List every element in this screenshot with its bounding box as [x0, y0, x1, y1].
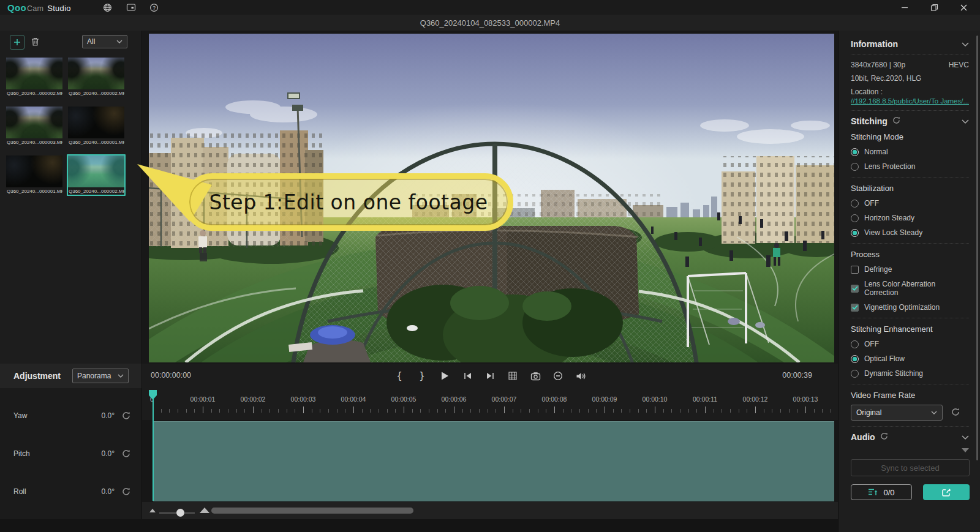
radio-icon: [851, 200, 859, 208]
ruler-tick: [504, 406, 505, 413]
reset-icon[interactable]: [122, 411, 130, 420]
thumbnail-item[interactable]: Q360_20240...000001.MP4: [5, 154, 64, 196]
radio-label: OFF: [864, 199, 879, 208]
panel-scroll-down-icon[interactable]: [962, 448, 969, 452]
radio-icon: [851, 355, 859, 363]
previous-frame-button[interactable]: [462, 370, 473, 381]
sync-to-selected-button[interactable]: Sync to selected: [851, 459, 970, 476]
thumbnail-label: Q360_20240...000003.MP4: [6, 138, 62, 146]
library-filter-dropdown[interactable]: All: [82, 35, 127, 48]
ruler-tick: [663, 409, 664, 413]
timeline-ruler[interactable]: 000:00:0100:00:0200:00:0300:00:0400:00:0…: [142, 388, 838, 420]
radio-option[interactable]: View Lock Steady: [851, 228, 969, 237]
radio-icon: [851, 340, 859, 348]
radio-option[interactable]: Optical Flow: [851, 354, 969, 363]
radio-label: Horizon Steady: [864, 214, 914, 222]
zoom-in-icon[interactable]: [200, 508, 209, 513]
location-link[interactable]: //192.168.8.5/public/User/To James/...: [851, 97, 969, 105]
add-media-button[interactable]: [10, 35, 24, 50]
radio-option[interactable]: Lens Protection: [851, 162, 969, 171]
ruler-tick: [186, 409, 187, 413]
ruler-tick: [739, 409, 739, 413]
thumbnail-label: Q360_20240...000001.MP4: [68, 138, 124, 146]
reset-icon[interactable]: [892, 116, 900, 126]
grid-overlay-button[interactable]: [507, 370, 518, 381]
reset-icon[interactable]: [122, 487, 130, 496]
radio-option[interactable]: Dynamic Stitching: [851, 369, 969, 378]
thumbnail-item[interactable]: Q360_20240...000002.MP4: [5, 56, 64, 98]
ruler-tick: [630, 409, 630, 413]
transport-bar: 00:00:00:00 { }: [142, 364, 838, 388]
slider-label: Yaw: [13, 411, 27, 420]
close-button[interactable]: [953, 1, 974, 14]
ruler-time-label: 00:00:08: [542, 395, 567, 403]
minimize-button[interactable]: [894, 1, 915, 14]
sync-button-label: Sync to selected: [881, 463, 939, 473]
export-button[interactable]: [923, 484, 970, 500]
ruler-tick: [362, 409, 363, 413]
chevron-down-icon[interactable]: [962, 39, 969, 49]
slider-value: 0.0°: [102, 411, 115, 420]
radio-option[interactable]: Normal: [851, 148, 969, 156]
information-section-header[interactable]: Information: [851, 39, 969, 49]
reset-icon[interactable]: [951, 408, 960, 418]
video-clip[interactable]: [153, 421, 834, 501]
chevron-down-icon[interactable]: [962, 432, 969, 442]
zoom-slider-handle[interactable]: [176, 509, 184, 517]
inspector-scrollbar[interactable]: [976, 36, 978, 460]
checkbox-option[interactable]: Defringe: [851, 265, 969, 274]
chevron-down-icon[interactable]: [962, 116, 969, 126]
checkbox-option[interactable]: Vignetting Optimization: [851, 303, 969, 312]
reset-icon[interactable]: [122, 449, 130, 458]
audio-section-header[interactable]: Audio: [851, 432, 969, 442]
mark-in-button[interactable]: {: [394, 370, 405, 381]
ruler-time-label: 00:00:01: [190, 395, 216, 403]
checkbox-option[interactable]: Lens Color Aberration Correction: [851, 280, 969, 297]
radio-option[interactable]: OFF: [851, 340, 969, 348]
export-queue-button[interactable]: 0/0: [851, 484, 912, 500]
adjustment-panel: Adjustment Panorama Yaw0.0°Pitch0.0°Roll…: [0, 364, 142, 519]
frame-rate-dropdown[interactable]: Original: [851, 405, 943, 421]
reset-icon[interactable]: [880, 432, 888, 442]
play-button[interactable]: [439, 370, 450, 381]
ruler-tick: [270, 409, 270, 413]
volume-button[interactable]: [575, 370, 586, 381]
mark-out-button[interactable]: }: [417, 370, 428, 381]
stitching-mode-title: Stitching Mode: [851, 132, 969, 141]
stabilization-title: Stabilization: [851, 184, 969, 193]
ruler-tick: [605, 406, 605, 413]
thumbnail-item[interactable]: Q360_20240...000001.MP4: [67, 105, 126, 147]
zoom-out-icon[interactable]: [149, 509, 156, 512]
adjustment-mode-dropdown[interactable]: Panorama: [72, 369, 129, 383]
stitching-section-header[interactable]: Stitching: [851, 116, 969, 126]
restore-button[interactable]: [924, 1, 944, 14]
thumbnail-image: [68, 155, 124, 187]
language-globe-icon[interactable]: [103, 2, 113, 12]
ruler-tick: [353, 406, 354, 413]
radio-option[interactable]: Horizon Steady: [851, 214, 969, 222]
thumbnail-item[interactable]: Q360_20240...000002.MP4: [67, 154, 126, 196]
delete-media-button[interactable]: [28, 35, 42, 48]
record-range-button[interactable]: [552, 370, 564, 381]
help-icon[interactable]: ?: [149, 2, 159, 12]
next-frame-button[interactable]: [484, 370, 496, 381]
radio-option[interactable]: OFF: [851, 199, 969, 208]
snapshot-camera-button[interactable]: [530, 370, 541, 381]
frame-rate-title: Video Frame Rate: [851, 391, 969, 400]
thumbnail-image: [68, 58, 124, 89]
thumbnail-item[interactable]: Q360_20240...000002.MP4: [67, 56, 126, 98]
ruler-tick: [730, 409, 731, 413]
ruler-tick: [646, 409, 647, 413]
timeline-scrollbar[interactable]: [211, 508, 413, 514]
chevron-down-icon: [116, 40, 123, 44]
ruler-time-label: 00:00:10: [643, 395, 668, 403]
ruler-tick: [262, 409, 262, 413]
section-divider: [851, 384, 969, 384]
thumbnail-item[interactable]: Q360_20240...000003.MP4: [5, 105, 64, 147]
ruler-tick: [546, 409, 546, 413]
ruler-tick: [420, 409, 421, 413]
firmware-device-icon[interactable]: [126, 2, 136, 12]
thumbnail-label: Q360_20240...000001.MP4: [6, 187, 62, 195]
chevron-down-icon: [931, 411, 937, 415]
slider-value: 0.0°: [102, 487, 115, 496]
